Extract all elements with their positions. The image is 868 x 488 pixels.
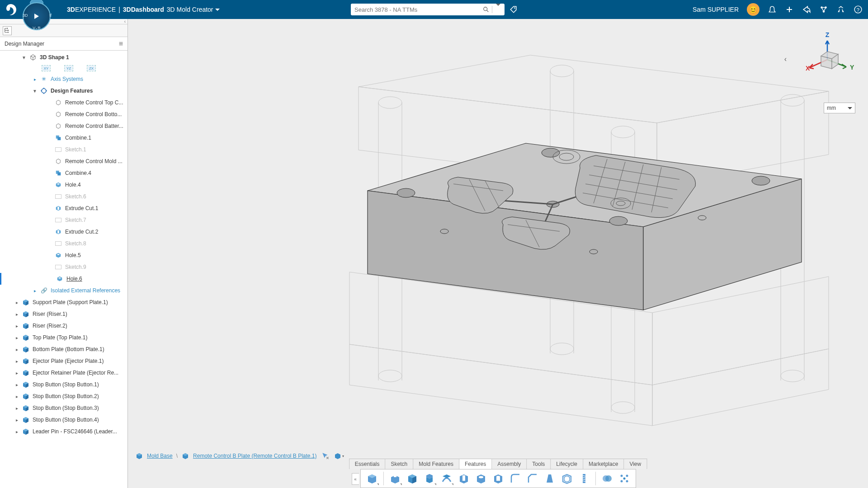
tree-feature[interactable]: Extrude Cut.2 xyxy=(0,226,127,238)
hole-button[interactable] xyxy=(491,471,506,486)
tab-assembly[interactable]: Assembly xyxy=(492,459,527,469)
unit-dropdown[interactable]: mm xyxy=(824,103,855,113)
tree-item-label: Axis Systems xyxy=(51,76,127,82)
bc-select-tool[interactable] xyxy=(321,451,330,461)
tab-mold-features[interactable]: Mold Features xyxy=(413,459,459,469)
tree-feature[interactable]: Hole.4 xyxy=(0,179,127,191)
search-box[interactable] xyxy=(351,4,505,15)
tree-part[interactable]: ▸Riser (Riser.2) xyxy=(0,320,127,332)
tree-part[interactable]: ▸Bottom Plate (Bottom Plate.1) xyxy=(0,343,127,355)
tree-item-label: Remote Control Mold ... xyxy=(65,158,127,164)
bc-part-tool[interactable]: ▾ xyxy=(334,451,344,461)
tree-item-label: Bottom Plate (Bottom Plate.1) xyxy=(33,346,127,352)
tree-item-label: Isolated External References xyxy=(51,287,127,294)
tree-feature[interactable]: Combine.4 xyxy=(0,167,127,179)
tree-feature[interactable]: Remote Control Botto... xyxy=(0,108,127,120)
cut-extrude-button[interactable] xyxy=(456,471,472,486)
breadcrumb-current[interactable]: Remote Control B Plate (Remote Control B… xyxy=(193,453,316,459)
help-icon[interactable]: ? xyxy=(854,5,863,14)
tree-part[interactable]: ▸Top Plate (Top Plate.1) xyxy=(0,332,127,343)
add-icon[interactable] xyxy=(785,5,794,14)
search-input[interactable] xyxy=(354,6,483,13)
ds-logo[interactable] xyxy=(0,0,22,19)
svg-point-9 xyxy=(7,29,9,31)
tree-feature[interactable]: Remote Control Mold ... xyxy=(0,155,127,167)
part-icon xyxy=(22,298,30,306)
tree-feature[interactable]: Remote Control Top C... xyxy=(0,97,127,108)
tab-marketplace[interactable]: Marketplace xyxy=(583,459,624,469)
tab-view[interactable]: View xyxy=(624,459,646,469)
tree-part[interactable]: ▸Ejector Retainer Plate (Ejector Re... xyxy=(0,367,127,379)
view-triad[interactable]: Z X Y xyxy=(800,28,854,82)
tag-icon[interactable] xyxy=(509,5,517,14)
tree-feature[interactable]: Sketch.7 xyxy=(0,214,127,226)
tree-item-label: Extrude Cut.1 xyxy=(65,205,127,211)
tab-tools[interactable]: Tools xyxy=(527,459,551,469)
axis-x-label: X xyxy=(806,65,810,72)
tree-root[interactable]: ▼3D Shape 1 xyxy=(0,52,127,63)
search-dropdown[interactable] xyxy=(492,6,501,13)
pattern-button[interactable] xyxy=(617,471,632,486)
sweep-button[interactable] xyxy=(439,471,454,486)
tree-axis-systems[interactable]: ▸✳Axis Systems xyxy=(0,73,127,85)
revolve-button[interactable] xyxy=(422,471,437,486)
tree-feature[interactable]: Hole.5 xyxy=(0,249,127,261)
compass[interactable]: 3D If V₊R xyxy=(23,2,51,30)
plane-icon[interactable]: XY xyxy=(42,65,51,71)
shell-button[interactable] xyxy=(559,471,575,486)
tree-part[interactable]: ▸Stop Button (Stop Button.4) xyxy=(0,414,127,426)
tab-lifecycle[interactable]: Lifecycle xyxy=(551,459,583,469)
tree-feature[interactable]: Hole.6 xyxy=(0,273,127,285)
tree-part[interactable]: ▸Riser (Riser.1) xyxy=(0,308,127,320)
model-canvas[interactable] xyxy=(128,19,868,488)
tree-part[interactable]: ▸Stop Button (Stop Button.1) xyxy=(0,379,127,390)
breadcrumb-root[interactable]: Mold Base xyxy=(147,453,173,459)
sidebar-menu-icon[interactable]: ≡ xyxy=(119,40,123,48)
thread-button[interactable] xyxy=(576,471,592,486)
app-selector[interactable]: 3D Mold Creator xyxy=(167,6,220,13)
toolbar-expand[interactable]: « xyxy=(352,473,359,485)
share-icon[interactable] xyxy=(802,5,811,14)
tree-tab-icon[interactable] xyxy=(3,26,12,35)
extrude-button[interactable] xyxy=(387,471,403,486)
tree-part[interactable]: ▸Support Plate (Support Plate.1) xyxy=(0,296,127,308)
arrow-right-icon: ▸ xyxy=(14,359,20,364)
tree-feature[interactable]: Sketch.1 xyxy=(0,144,127,155)
tab-sketch[interactable]: Sketch xyxy=(386,459,414,469)
tree-feature[interactable]: Sketch.8 xyxy=(0,238,127,249)
tree-part[interactable]: ▸Stop Button (Stop Button.2) xyxy=(0,390,127,402)
tree-part[interactable]: ▸Leader Pin - FSC246646 (Leader... xyxy=(0,426,127,437)
cut-revolve-button[interactable] xyxy=(473,471,489,486)
search-icon[interactable] xyxy=(483,6,489,13)
tab-essentials[interactable]: Essentials xyxy=(349,459,386,469)
sidebar-collapse[interactable]: ‹ xyxy=(124,19,126,24)
fillet-button[interactable] xyxy=(508,471,523,486)
tree-feature[interactable]: Remote Control Batter... xyxy=(0,120,127,132)
viewport[interactable]: ‹ Z X Y mm xyxy=(128,19,868,488)
tree-part[interactable]: ▸Stop Button (Stop Button.3) xyxy=(0,402,127,414)
box-new-button[interactable] xyxy=(364,471,380,486)
collab-icon[interactable] xyxy=(819,5,828,14)
tree-feature[interactable]: Extrude Cut.1 xyxy=(0,202,127,214)
svg-point-10 xyxy=(7,32,9,33)
tree-design-features[interactable]: ▼Design Features xyxy=(0,85,127,97)
panel-collapse-icon[interactable]: ‹ xyxy=(784,55,787,63)
chamfer-button[interactable] xyxy=(525,471,540,486)
tree-ext-refs[interactable]: ▸🔗Isolated External References xyxy=(0,285,127,296)
tree-feature[interactable]: Sketch.6 xyxy=(0,191,127,202)
tree-feature[interactable]: Combine.1 xyxy=(0,132,127,144)
tab-features[interactable]: Features xyxy=(459,459,492,469)
tree-part[interactable]: ▸Ejector Plate (Ejector Plate.1) xyxy=(0,355,127,367)
extref-icon: 🔗 xyxy=(40,286,48,295)
draft-button[interactable] xyxy=(542,471,557,486)
boolean-button[interactable] xyxy=(599,471,615,486)
notifications-icon[interactable] xyxy=(768,5,777,14)
avatar[interactable]: 😊 xyxy=(747,3,760,16)
tree-item-label: Riser (Riser.2) xyxy=(33,323,127,329)
plane-icon[interactable]: YZ xyxy=(64,65,73,71)
tree-item-label: Ejector Retainer Plate (Ejector Re... xyxy=(33,370,127,376)
tree-feature[interactable]: Sketch.9 xyxy=(0,261,127,273)
plane-icon[interactable]: ZX xyxy=(87,65,96,71)
box-solid-button[interactable] xyxy=(405,471,420,486)
home-icon[interactable] xyxy=(836,5,845,14)
